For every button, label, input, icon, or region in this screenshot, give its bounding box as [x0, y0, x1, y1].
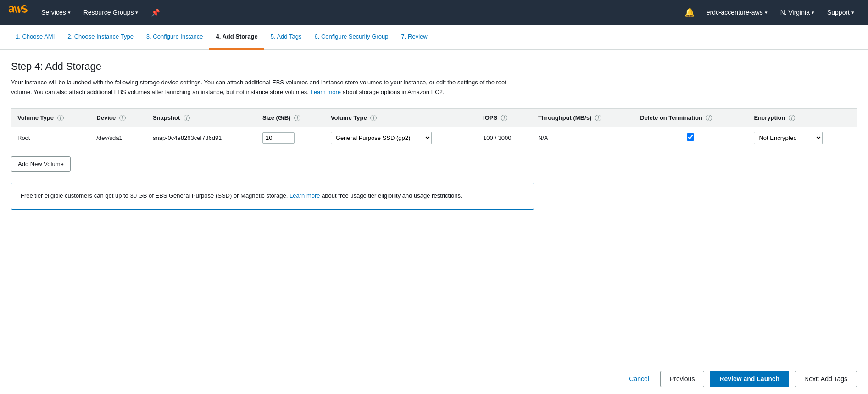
services-menu[interactable]: Services: [35, 0, 77, 25]
throughput-header: Throughput (MB/s) i: [532, 108, 634, 127]
iops-info-icon[interactable]: i: [501, 115, 507, 121]
delete-on-termination-checkbox[interactable]: [687, 133, 694, 141]
resource-groups-menu[interactable]: Resource Groups: [77, 0, 145, 25]
vol-type-header: Volume Type i: [324, 108, 477, 127]
device-header: Device i: [90, 108, 146, 127]
free-tier-info-box: Free tier eligible customers can get up …: [11, 183, 534, 210]
vol-type-info-icon[interactable]: i: [370, 115, 377, 121]
step-add-tags[interactable]: 5. Add Tags: [264, 25, 308, 50]
snapshot-info-icon[interactable]: i: [184, 115, 190, 121]
row-size[interactable]: [256, 127, 324, 149]
iops-header: IOPS i: [477, 108, 532, 127]
device-info-icon[interactable]: i: [119, 115, 126, 121]
size-input[interactable]: [262, 132, 295, 144]
row-snapshot: snap-0c4e8263cef786d91: [146, 127, 256, 149]
top-navigation: Services Resource Groups 📌 🔔 erdc-accent…: [0, 0, 868, 25]
learn-more-free-tier-link[interactable]: Learn more: [289, 192, 320, 199]
row-throughput: N/A: [532, 127, 634, 149]
row-device: /dev/sda1: [90, 127, 146, 149]
row-encryption[interactable]: Not Encrypted Encrypted: [747, 127, 857, 149]
row-delete-on-termination[interactable]: [634, 127, 747, 149]
pin-icon[interactable]: 📌: [145, 0, 167, 25]
step-choose-ami[interactable]: 1. Choose AMI: [9, 25, 61, 50]
main-content: Step 4: Add Storage Your instance will b…: [0, 50, 868, 363]
size-header: Size (GiB) i: [256, 108, 324, 127]
step-configure-instance[interactable]: 3. Configure Instance: [140, 25, 210, 50]
learn-more-storage-link[interactable]: Learn more: [311, 89, 341, 95]
encryption-info-icon[interactable]: i: [789, 115, 795, 121]
row-vol-type[interactable]: General Purpose SSD (gp2) Provisioned IO…: [324, 127, 477, 149]
table-row: Root /dev/sda1 snap-0c4e8263cef786d91 Ge…: [11, 127, 857, 149]
snapshot-header: Snapshot i: [146, 108, 256, 127]
volume-type-header: Volume Type i: [11, 108, 90, 127]
volume-type-select[interactable]: General Purpose SSD (gp2) Provisioned IO…: [331, 132, 432, 144]
delete-on-termination-header: Delete on Termination i: [634, 108, 747, 127]
encryption-select[interactable]: Not Encrypted Encrypted: [754, 132, 823, 144]
region-menu[interactable]: N. Virginia: [774, 0, 821, 25]
wizard-steps: 1. Choose AMI 2. Choose Instance Type 3.…: [0, 25, 868, 50]
step-add-storage[interactable]: 4. Add Storage: [209, 25, 264, 50]
step-choose-instance-type[interactable]: 2. Choose Instance Type: [61, 25, 140, 50]
row-volume-type: Root: [11, 127, 90, 149]
encryption-header: Encryption i: [747, 108, 857, 127]
account-menu[interactable]: erdc-accenture-aws: [700, 0, 774, 25]
volume-type-info-icon[interactable]: i: [57, 115, 64, 121]
delete-info-icon[interactable]: i: [706, 115, 712, 121]
throughput-info-icon[interactable]: i: [595, 115, 601, 121]
add-new-volume-button[interactable]: Add New Volume: [11, 156, 71, 172]
support-menu[interactable]: Support: [821, 0, 861, 25]
row-iops: 100 / 3000: [477, 127, 532, 149]
page-title: Step 4: Add Storage: [11, 61, 857, 72]
step-configure-security-group[interactable]: 6. Configure Security Group: [308, 25, 395, 50]
storage-table: Volume Type i Device i Snapshot i Size (…: [11, 108, 857, 150]
notifications-icon[interactable]: 🔔: [679, 0, 700, 25]
aws-logo[interactable]: [7, 5, 35, 21]
page-description: Your instance will be launched with the …: [11, 78, 516, 97]
step-review[interactable]: 7. Review: [395, 25, 434, 50]
size-info-icon[interactable]: i: [294, 115, 300, 121]
